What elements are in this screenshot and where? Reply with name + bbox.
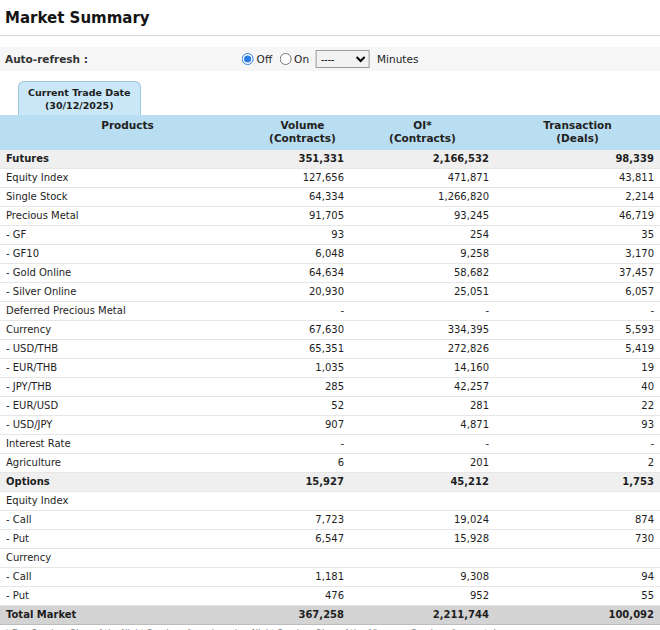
auto-refresh-label: Auto-refresh : [0,53,88,65]
product-cell: - Silver Online [0,283,255,302]
tab-label-line1: Current Trade Date [28,86,131,99]
table-row: Precious Metal91,70593,24546,719 [0,207,660,226]
value-cell: 201 [350,454,495,473]
table-row: Currency [0,549,660,568]
auto-refresh-off-radio[interactable] [242,53,254,65]
table-row: Options15,92745,2121,753 [0,473,660,492]
col-header-volume: Volume (Contracts) [255,115,350,150]
table-row: - USD/JPY9074,87193 [0,416,660,435]
table-row: Total Market367,2582,211,744100,092 [0,606,660,625]
auto-refresh-on-option[interactable]: On [279,53,309,65]
value-cell: 952 [350,587,495,606]
value-cell: 37,457 [495,264,660,283]
product-cell: - EUR/USD [0,397,255,416]
market-table-body: Futures351,3312,166,53298,339Equity Inde… [0,150,660,625]
minutes-select[interactable]: ---- [316,50,370,68]
value-cell: 43,811 [495,169,660,188]
footnote: * Day Session: OI as of the Night Sessio… [0,625,660,630]
product-cell: - Put [0,530,255,549]
product-cell: Currency [0,321,255,340]
value-cell: 1,753 [495,473,660,492]
product-cell: Total Market [0,606,255,625]
table-row: Currency67,630334,3955,593 [0,321,660,340]
value-cell: 367,258 [255,606,350,625]
value-cell: - [350,435,495,454]
value-cell: 65,351 [255,340,350,359]
value-cell: 64,334 [255,188,350,207]
header-title: Volume [257,119,348,132]
header-sub: (Deals) [497,132,658,145]
product-cell: - Put [0,587,255,606]
value-cell: 15,927 [255,473,350,492]
value-cell [350,549,495,568]
value-cell: 100,092 [495,606,660,625]
auto-refresh-on-radio[interactable] [279,53,291,65]
tab-current-trade-date[interactable]: Current Trade Date (30/12/2025) [18,81,141,115]
header-title: Transaction [497,119,658,132]
value-cell: 58,682 [350,264,495,283]
value-cell: 5,593 [495,321,660,340]
product-cell: Options [0,473,255,492]
value-cell: - [255,435,350,454]
header-title: OI* [352,119,493,132]
table-row: - Gold Online64,63458,68237,457 [0,264,660,283]
auto-refresh-controls: Off On ---- Minutes [242,50,419,68]
table-row: - Put6,54715,928730 [0,530,660,549]
value-cell: 93 [255,226,350,245]
value-cell: 351,331 [255,150,350,169]
value-cell: - [495,435,660,454]
value-cell: 19 [495,359,660,378]
value-cell: 55 [495,587,660,606]
value-cell: 6,547 [255,530,350,549]
value-cell: 476 [255,587,350,606]
value-cell: - [255,302,350,321]
value-cell: 285 [255,378,350,397]
value-cell: 2,214 [495,188,660,207]
header-title: Products [2,119,253,132]
value-cell [495,549,660,568]
product-cell: - GF [0,226,255,245]
auto-refresh-bar: Auto-refresh : Off On ---- Minutes [0,47,660,71]
table-row: - EUR/THB1,03514,16019 [0,359,660,378]
col-header-products: Products [0,115,255,150]
value-cell: 67,630 [255,321,350,340]
value-cell: 254 [350,226,495,245]
value-cell: - [495,302,660,321]
auto-refresh-off-option[interactable]: Off [242,53,273,65]
table-row: Equity Index [0,492,660,511]
value-cell: 93,245 [350,207,495,226]
value-cell: 874 [495,511,660,530]
table-row: - EUR/USD5228122 [0,397,660,416]
table-row: Deferred Precious Metal--- [0,302,660,321]
value-cell: 1,266,820 [350,188,495,207]
product-cell: - Call [0,568,255,587]
product-cell: - EUR/THB [0,359,255,378]
table-row: Futures351,3312,166,53298,339 [0,150,660,169]
product-cell: Interest Rate [0,435,255,454]
table-row: Equity Index127,656471,87143,811 [0,169,660,188]
market-summary-page: Market Summary Auto-refresh : Off On ---… [0,0,660,630]
table-row: - Silver Online20,93025,0516,057 [0,283,660,302]
value-cell: - [350,302,495,321]
page-title: Market Summary [0,0,660,35]
table-row: - JPY/THB28542,25740 [0,378,660,397]
value-cell: 94 [495,568,660,587]
product-cell: - JPY/THB [0,378,255,397]
product-cell: - Call [0,511,255,530]
value-cell: 98,339 [495,150,660,169]
value-cell: 40 [495,378,660,397]
product-cell: - Gold Online [0,264,255,283]
minutes-label: Minutes [377,53,418,65]
value-cell: 91,705 [255,207,350,226]
value-cell: 64,634 [255,264,350,283]
value-cell: 1,181 [255,568,350,587]
table-row: - GF9325435 [0,226,660,245]
table-row: - USD/THB65,351272,8265,419 [0,340,660,359]
col-header-oi: OI* (Contracts) [350,115,495,150]
value-cell: 334,395 [350,321,495,340]
tab-label-line2: (30/12/2025) [28,99,131,112]
product-cell: - USD/THB [0,340,255,359]
auto-refresh-off-label: Off [257,53,273,65]
table-row: - Call1,1819,30894 [0,568,660,587]
value-cell: 1,035 [255,359,350,378]
